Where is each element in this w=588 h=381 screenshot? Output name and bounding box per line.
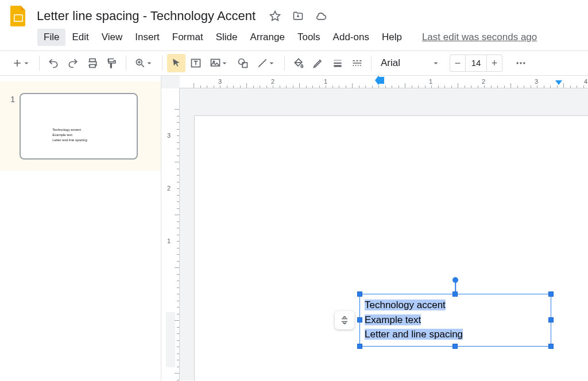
menu-addons[interactable]: Add-ons	[327, 29, 376, 46]
svg-point-13	[523, 62, 525, 64]
resize-handle-ne[interactable]	[548, 291, 554, 297]
drag-handle-icon[interactable]	[335, 311, 354, 329]
border-dash-button[interactable]	[348, 54, 366, 72]
menu-slide[interactable]: Slide	[210, 29, 244, 46]
ruler-horizontal[interactable]: 3 2 1 1 2 3 4	[180, 76, 588, 88]
new-slide-button[interactable]	[8, 54, 34, 72]
font-size-value[interactable]: 14	[465, 55, 487, 71]
textbox-content[interactable]: Technology accent Example text Letter an…	[360, 294, 551, 345]
star-icon[interactable]	[269, 10, 281, 22]
svg-point-11	[517, 62, 519, 64]
resize-handle-s[interactable]	[452, 344, 458, 349]
ruler-h-label: 2	[271, 78, 274, 85]
menu-tools[interactable]: Tools	[291, 29, 327, 46]
move-to-folder-icon[interactable]	[292, 10, 304, 22]
filmstrip[interactable]: 1 Technology accent Example text Letter …	[0, 76, 161, 380]
toolbar: Arial − 14 +	[0, 50, 588, 76]
ruler-h-label: 1	[429, 78, 432, 85]
font-size-increase[interactable]: +	[487, 55, 502, 71]
textbox-tool[interactable]	[187, 54, 205, 72]
svg-rect-4	[90, 65, 95, 68]
select-tool[interactable]	[167, 54, 185, 72]
thumb-line: Letter and line spacing	[52, 138, 87, 143]
zoom-button[interactable]	[131, 54, 157, 72]
ruler-h-label: 2	[482, 78, 485, 85]
more-toolbar-button[interactable]	[512, 54, 530, 72]
resize-handle-se[interactable]	[548, 344, 554, 349]
font-size-decrease[interactable]: −	[450, 55, 465, 71]
menu-format[interactable]: Format	[166, 29, 210, 46]
svg-point-9	[239, 59, 245, 65]
ruler-v-label: 2	[167, 185, 171, 192]
svg-rect-10	[242, 63, 247, 67]
paint-format-button[interactable]	[103, 54, 121, 72]
border-color-button[interactable]	[309, 54, 327, 72]
svg-marker-2	[270, 11, 280, 21]
slide-thumbnail[interactable]: Technology accent Example text Letter an…	[20, 93, 138, 160]
textbox-line: Example text	[365, 314, 421, 325]
print-button[interactable]	[83, 54, 102, 72]
menu-view[interactable]: View	[95, 29, 129, 46]
thumb-line: Technology accent	[52, 127, 87, 133]
font-family-label: Arial	[381, 57, 400, 69]
cloud-status-icon[interactable]	[315, 10, 327, 22]
ruler-h-label: 4	[584, 78, 587, 85]
resize-handle-w[interactable]	[357, 317, 362, 322]
ruler-h-label: 3	[535, 78, 538, 85]
menu-file[interactable]: File	[37, 29, 65, 46]
last-edit-link[interactable]: Last edit was seconds ago	[422, 32, 537, 43]
shape-tool[interactable]	[234, 54, 252, 72]
undo-button[interactable]	[44, 54, 63, 72]
menubar: File Edit View Insert Format Slide Arran…	[37, 29, 408, 46]
document-title[interactable]: Letter line spacing - Technology Accent	[37, 9, 256, 24]
ruler-vertical[interactable]: 3 2 1	[161, 88, 180, 380]
menu-arrange[interactable]: Arrange	[243, 29, 291, 46]
textbox-left-marker[interactable]	[380, 77, 384, 84]
menu-help[interactable]: Help	[376, 29, 408, 46]
border-weight-button[interactable]	[328, 54, 347, 72]
image-tool[interactable]	[206, 54, 233, 72]
line-tool[interactable]	[253, 54, 280, 72]
resize-handle-nw[interactable]	[357, 291, 362, 297]
slide-canvas[interactable]: Technology accent Example text Letter an…	[195, 116, 588, 381]
resize-handle-n[interactable]	[452, 291, 458, 297]
indent-right-marker[interactable]	[555, 80, 562, 85]
textbox-line: Technology accent	[365, 300, 446, 310]
redo-button[interactable]	[64, 54, 82, 72]
svg-point-12	[520, 62, 521, 64]
ruler-v-label: 1	[167, 238, 171, 244]
svg-rect-1	[15, 15, 22, 21]
ruler-h-label: 1	[324, 78, 327, 85]
selected-textbox[interactable]: Technology accent Example text Letter an…	[359, 294, 551, 347]
font-family-select[interactable]: Arial	[376, 57, 445, 69]
thumb-line: Example text	[52, 133, 87, 138]
ruler-h-label: 3	[218, 78, 222, 85]
rotation-handle[interactable]	[452, 277, 458, 283]
ruler-v-label: 3	[167, 132, 171, 139]
slides-logo[interactable]	[7, 5, 30, 28]
fill-color-button[interactable]	[289, 54, 308, 72]
resize-handle-e[interactable]	[548, 317, 554, 322]
resize-handle-sw[interactable]	[357, 344, 362, 349]
menu-edit[interactable]: Edit	[65, 29, 95, 46]
textbox-line: Letter and line spacing	[365, 329, 463, 340]
slide-number: 1	[10, 94, 15, 104]
canvas-pane[interactable]: 3 2 1 1 2 3 4 3 2 1	[161, 76, 588, 380]
font-size-control: − 14 +	[450, 55, 502, 72]
menu-insert[interactable]: Insert	[129, 29, 166, 46]
textbox-v-extent	[166, 312, 175, 367]
